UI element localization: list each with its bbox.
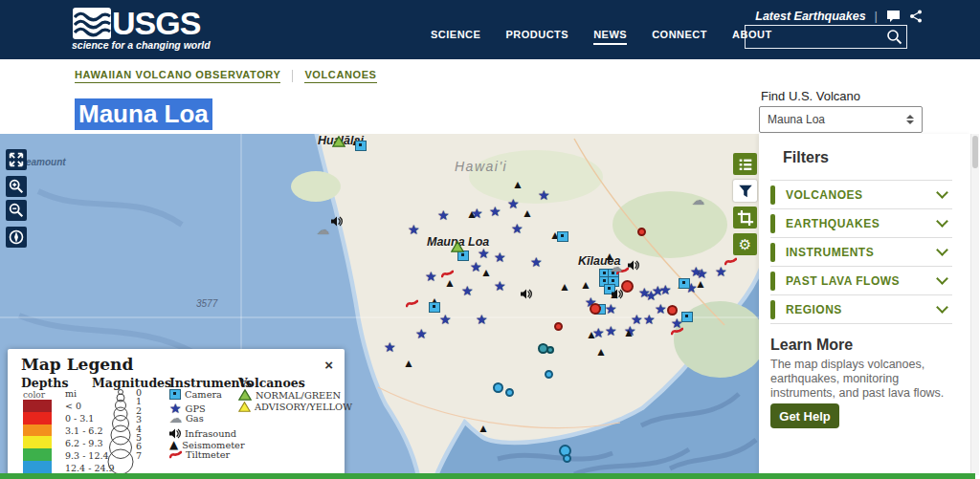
gps-station-marker[interactable]: ★ bbox=[384, 340, 396, 354]
depth-range-label: < 0 bbox=[65, 401, 81, 411]
gas-sensor-marker[interactable]: ☁ bbox=[692, 194, 704, 207]
panel-scrollbar[interactable] bbox=[970, 134, 979, 475]
seismometer-marker[interactable]: ▲ bbox=[466, 208, 478, 220]
seismometer-marker[interactable]: ▲ bbox=[695, 278, 706, 290]
gps-station-marker[interactable]: ★ bbox=[408, 223, 420, 236]
gps-station-marker[interactable]: ★ bbox=[605, 324, 617, 337]
chevron-down-icon bbox=[936, 215, 948, 228]
seismometer-marker[interactable]: ▲ bbox=[623, 327, 635, 338]
legend-instrument-tiltmeter: Tiltmeter bbox=[169, 449, 230, 460]
volcano-normal-marker[interactable] bbox=[451, 241, 464, 252]
search-icon[interactable] bbox=[882, 29, 906, 45]
gps-station-marker[interactable]: ★ bbox=[494, 279, 506, 293]
legend-instrument-label: Tiltmeter bbox=[186, 449, 230, 460]
gps-station-marker[interactable]: ★ bbox=[415, 327, 428, 340]
gps-station-marker[interactable]: ★ bbox=[494, 250, 506, 264]
gps-station-marker[interactable]: ★ bbox=[478, 247, 490, 260]
scrollbar-thumb[interactable] bbox=[972, 136, 978, 168]
seismometer-marker[interactable]: ▲ bbox=[595, 346, 607, 358]
tiltmeter-marker[interactable] bbox=[671, 327, 683, 336]
gps-station-marker[interactable]: ★ bbox=[425, 270, 437, 283]
camera-marker[interactable] bbox=[429, 302, 440, 313]
earthquake-deep-marker[interactable] bbox=[545, 370, 553, 379]
compass-button[interactable] bbox=[6, 227, 27, 248]
seismometer-marker[interactable]: ▲ bbox=[480, 267, 492, 278]
expand-button[interactable] bbox=[6, 149, 27, 170]
camera-marker[interactable] bbox=[679, 278, 690, 289]
legend-list-button[interactable] bbox=[733, 153, 757, 175]
nav-item-connect[interactable]: CONNECT bbox=[652, 29, 707, 45]
gps-station-marker[interactable]: ★ bbox=[511, 222, 523, 235]
seismometer-marker[interactable]: ▲ bbox=[444, 277, 456, 289]
legend-close-icon[interactable]: × bbox=[324, 357, 333, 373]
gps-station-marker[interactable]: ★ bbox=[437, 208, 450, 222]
earthquake-mid-marker[interactable] bbox=[546, 346, 554, 354]
gps-station-marker[interactable]: ★ bbox=[715, 265, 727, 278]
legend-status-volcano_green: NORMAL/GREEN bbox=[238, 389, 341, 401]
earthquake-shallow-marker[interactable] bbox=[554, 322, 563, 331]
chat-bubble-icon[interactable] bbox=[886, 10, 901, 23]
earthquake-deep-marker[interactable] bbox=[505, 388, 514, 397]
volcano-normal-marker[interactable] bbox=[332, 136, 345, 147]
logo-tagline: science for a changing world bbox=[72, 39, 211, 51]
gps-station-marker[interactable]: ★ bbox=[461, 284, 474, 297]
earthquake-deep-marker[interactable] bbox=[563, 454, 571, 463]
infrasound-marker[interactable] bbox=[521, 289, 532, 299]
crop-button[interactable] bbox=[733, 207, 757, 229]
latest-earthquakes-link[interactable]: Latest Earthquakes bbox=[755, 10, 865, 23]
gas-sensor-marker[interactable]: ☁ bbox=[610, 261, 622, 273]
filter-button[interactable] bbox=[733, 180, 757, 202]
gps-station-marker[interactable]: ★ bbox=[655, 302, 667, 316]
seismometer-marker[interactable]: ▲ bbox=[478, 423, 489, 434]
zoom-out-button[interactable] bbox=[6, 200, 27, 221]
gps-station-marker[interactable]: ★ bbox=[643, 313, 656, 326]
gas-sensor-marker[interactable]: ☁ bbox=[317, 224, 329, 236]
nav-item-science[interactable]: SCIENCE bbox=[431, 29, 480, 45]
tiltmeter-marker[interactable] bbox=[724, 257, 737, 266]
breadcrumb-link[interactable]: HAWAIIAN VOLCANO OBSERVATORY bbox=[75, 69, 280, 83]
earthquake-deep-marker[interactable] bbox=[493, 382, 503, 393]
zoom-in-button[interactable] bbox=[6, 176, 27, 197]
find-volcano-select[interactable]: Mauna Loa bbox=[759, 106, 923, 133]
filter-section-regions[interactable]: REGIONS bbox=[770, 295, 952, 323]
camera-marker[interactable] bbox=[681, 312, 693, 322]
filter-section-past-lava-flows[interactable]: PAST LAVA FLOWS bbox=[770, 267, 952, 294]
earthquake-shallow-marker[interactable] bbox=[637, 228, 646, 236]
nav-item-news[interactable]: NEWS bbox=[593, 29, 627, 45]
gps-station-marker[interactable]: ★ bbox=[476, 313, 488, 326]
infrasound-marker[interactable] bbox=[612, 289, 623, 299]
seismometer-marker[interactable]: ▲ bbox=[580, 279, 591, 291]
gps-station-marker[interactable]: ★ bbox=[659, 283, 672, 296]
filter-section-instruments[interactable]: INSTRUMENTS bbox=[770, 238, 952, 266]
gps-station-marker[interactable]: ★ bbox=[690, 265, 702, 278]
seismometer-marker[interactable]: ▲ bbox=[403, 358, 414, 369]
gps-station-marker[interactable]: ★ bbox=[439, 313, 452, 326]
tiltmeter-marker[interactable] bbox=[441, 270, 454, 278]
camera-marker[interactable] bbox=[557, 231, 568, 242]
gps-station-marker[interactable]: ★ bbox=[507, 197, 520, 210]
gear-button[interactable]: ⚙ bbox=[733, 233, 757, 255]
camera-marker[interactable] bbox=[355, 141, 367, 151]
breadcrumb-link[interactable]: VOLCANOES bbox=[304, 69, 376, 83]
gps-station-marker[interactable]: ★ bbox=[530, 255, 543, 269]
get-help-button[interactable]: Get Help bbox=[770, 403, 839, 428]
seismometer-marker[interactable]: ▲ bbox=[559, 281, 570, 293]
seismometer-marker[interactable]: ▲ bbox=[512, 179, 523, 190]
gps-station-marker[interactable]: ★ bbox=[538, 188, 550, 202]
gps-station-marker[interactable]: ★ bbox=[605, 302, 617, 316]
map-legend-title: Map Legend bbox=[21, 355, 133, 374]
share-icon[interactable] bbox=[909, 10, 923, 23]
earthquake-shallow-marker[interactable] bbox=[590, 303, 601, 315]
seismometer-marker[interactable]: ▲ bbox=[522, 207, 533, 219]
nav-item-products[interactable]: PRODUCTS bbox=[505, 29, 568, 45]
filter-section-volcanoes[interactable]: VOLCANOES bbox=[770, 181, 952, 208]
tiltmeter-marker[interactable] bbox=[406, 299, 418, 308]
filter-section-earthquakes[interactable]: EARTHQUAKES bbox=[770, 209, 952, 237]
gps-station-marker[interactable]: ★ bbox=[489, 205, 501, 218]
earthquake-shallow-marker[interactable] bbox=[667, 305, 678, 316]
seismometer-marker[interactable]: ▲ bbox=[586, 329, 597, 340]
infrasound-marker[interactable] bbox=[331, 216, 343, 227]
search-input[interactable] bbox=[726, 26, 882, 48]
usgs-logo[interactable]: USGS bbox=[72, 7, 200, 41]
infrasound-marker[interactable] bbox=[628, 260, 639, 271]
